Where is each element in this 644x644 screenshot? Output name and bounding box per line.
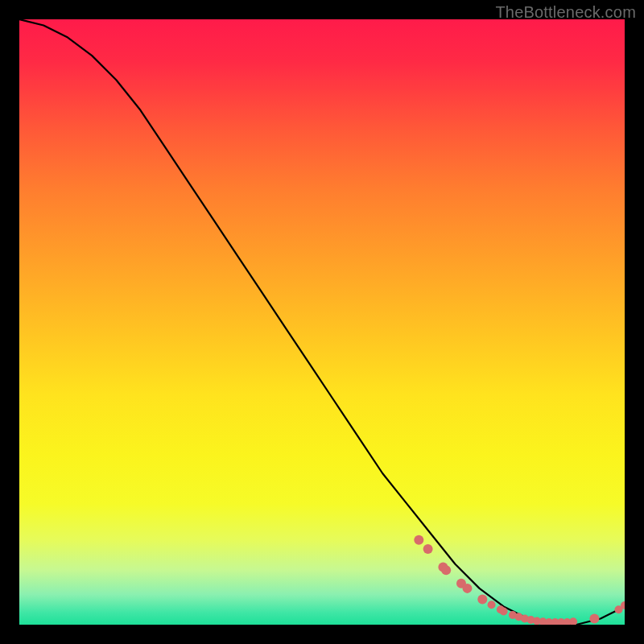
- data-marker: [462, 584, 472, 593]
- data-marker: [414, 535, 423, 545]
- chart-plot-area: [19, 19, 625, 625]
- watermark-label: TheBottleneck.com: [495, 3, 636, 22]
- data-marker: [569, 617, 577, 625]
- data-marker: [589, 613, 599, 623]
- curve-line: [19, 19, 625, 625]
- data-marker: [423, 544, 433, 554]
- data-marker: [477, 594, 487, 604]
- data-marker: [488, 601, 496, 609]
- data-marker: [441, 565, 451, 575]
- chart-svg: [19, 19, 625, 625]
- data-marker: [500, 607, 508, 615]
